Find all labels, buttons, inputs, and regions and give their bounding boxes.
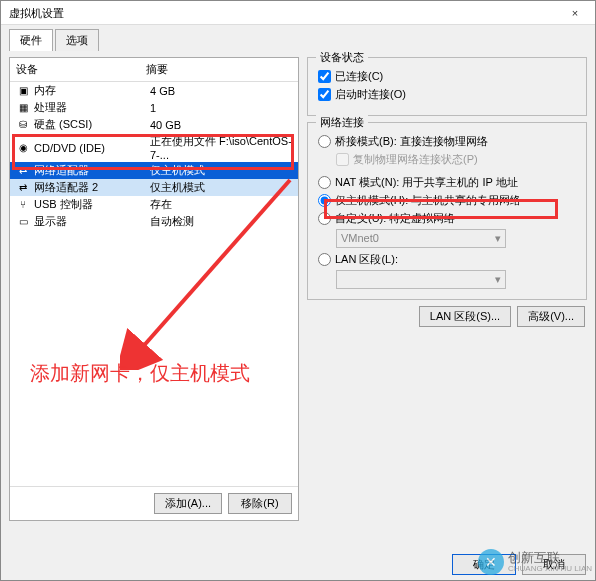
replicate-label: 复制物理网络连接状态(P) [353,152,478,167]
cpu-icon: ▦ [16,101,30,115]
device-name: USB 控制器 [34,197,150,212]
net-buttons: LAN 区段(S)... 高级(V)... [307,306,587,327]
hostonly-input[interactable] [318,194,331,207]
tab-options[interactable]: 选项 [55,29,99,51]
network-icon: ⇄ [16,181,30,195]
lan-select-wrap: ▾ [336,270,576,289]
advanced-button[interactable]: 高级(V)... [517,306,585,327]
nat-label: NAT 模式(N): 用于共享主机的 IP 地址 [335,175,518,190]
lan-input[interactable] [318,253,331,266]
hostonly-label: 仅主机模式(H): 与主机共享的专用网络 [335,193,521,208]
connect-on-label: 启动时连接(O) [335,87,406,102]
chevron-down-icon: ▾ [495,232,501,245]
device-buttons: 添加(A)... 移除(R) [10,486,298,520]
vmnet-select: VMnet0 ▾ [336,229,506,248]
connected-input[interactable] [318,70,331,83]
ok-button[interactable]: 确定 [452,554,516,575]
device-summary: 正在使用文件 F:\iso\CentOS-7-... [150,134,292,161]
device-name: 显示器 [34,214,150,229]
body: 设备 摘要 ▣ 内存 4 GB ▦ 处理器 1 ⛁ 硬盘 (SCSI) 40 G… [1,51,595,529]
vm-settings-window: 虚拟机设置 × 硬件 选项 设备 摘要 ▣ 内存 4 GB ▦ 处理器 1 ⛁ [0,0,596,581]
device-row-cpu[interactable]: ▦ 处理器 1 [10,99,298,116]
device-row-net2[interactable]: ⇄ 网络适配器 2 仅主机模式 [10,179,298,196]
connect-on-input[interactable] [318,88,331,101]
cd-icon: ◉ [16,141,30,155]
cancel-button[interactable]: 取消 [522,554,586,575]
chevron-down-icon: ▾ [495,273,501,286]
device-status-group: 设备状态 已连接(C) 启动时连接(O) [307,57,587,116]
titlebar: 虚拟机设置 × [1,1,595,25]
connected-label: 已连接(C) [335,69,383,84]
hostonly-radio[interactable]: 仅主机模式(H): 与主机共享的专用网络 [318,193,576,208]
device-row-cddvd[interactable]: ◉ CD/DVD (IDE) 正在使用文件 F:\iso\CentOS-7-..… [10,133,298,162]
col-device: 设备 [16,62,146,77]
device-summary: 仅主机模式 [150,180,292,195]
tab-hardware[interactable]: 硬件 [9,29,53,51]
device-summary: 存在 [150,197,292,212]
custom-label: 自定义(U): 特定虚拟网络 [335,211,455,226]
footer-buttons: 确定 取消 [452,554,586,575]
connect-on-checkbox[interactable]: 启动时连接(O) [318,87,576,102]
lan-segments-button[interactable]: LAN 区段(S)... [419,306,511,327]
col-summary: 摘要 [146,62,292,77]
device-name: 内存 [34,83,150,98]
custom-input[interactable] [318,212,331,225]
bridged-radio[interactable]: 桥接模式(B): 直接连接物理网络 [318,134,576,149]
network-icon: ⇄ [16,164,30,178]
device-name: 网络适配器 2 [34,180,150,195]
device-list-header: 设备 摘要 [10,58,298,82]
device-name: 处理器 [34,100,150,115]
bridged-label: 桥接模式(B): 直接连接物理网络 [335,134,488,149]
add-button[interactable]: 添加(A)... [154,493,222,514]
lan-radio[interactable]: LAN 区段(L): [318,252,576,267]
device-row-disk[interactable]: ⛁ 硬盘 (SCSI) 40 GB [10,116,298,133]
window-title: 虚拟机设置 [9,1,64,24]
device-summary: 1 [150,102,292,114]
device-summary: 4 GB [150,85,292,97]
bridged-input[interactable] [318,135,331,148]
device-status-title: 设备状态 [316,50,368,65]
custom-radio[interactable]: 自定义(U): 特定虚拟网络 [318,211,576,226]
replicate-input [336,153,349,166]
device-summary: 40 GB [150,119,292,131]
spacer [10,230,298,486]
right-panel: 设备状态 已连接(C) 启动时连接(O) 网络连接 桥接模式(B): 直接连接物… [307,57,587,521]
vmnet-value: VMnet0 [341,232,379,245]
nat-radio[interactable]: NAT 模式(N): 用于共享主机的 IP 地址 [318,175,576,190]
device-row-usb[interactable]: ⑂ USB 控制器 存在 [10,196,298,213]
device-summary: 仅主机模式 [150,163,292,178]
remove-button[interactable]: 移除(R) [228,493,292,514]
close-icon[interactable]: × [555,1,595,24]
device-row-display[interactable]: ▭ 显示器 自动检测 [10,213,298,230]
network-title: 网络连接 [316,115,368,130]
lan-select: ▾ [336,270,506,289]
disk-icon: ⛁ [16,118,30,132]
device-name: CD/DVD (IDE) [34,142,150,154]
network-group: 网络连接 桥接模式(B): 直接连接物理网络 复制物理网络连接状态(P) NAT… [307,122,587,300]
lan-label: LAN 区段(L): [335,252,398,267]
vmnet-select-wrap: VMnet0 ▾ [336,229,576,248]
nat-input[interactable] [318,176,331,189]
tabs: 硬件 选项 [1,25,595,51]
connected-checkbox[interactable]: 已连接(C) [318,69,576,84]
display-icon: ▭ [16,215,30,229]
device-row-memory[interactable]: ▣ 内存 4 GB [10,82,298,99]
device-list-panel: 设备 摘要 ▣ 内存 4 GB ▦ 处理器 1 ⛁ 硬盘 (SCSI) 40 G… [9,57,299,521]
device-name: 硬盘 (SCSI) [34,117,150,132]
replicate-checkbox: 复制物理网络连接状态(P) [336,152,576,167]
device-name: 网络适配器 [34,163,150,178]
device-row-net1[interactable]: ⇄ 网络适配器 仅主机模式 [10,162,298,179]
device-summary: 自动检测 [150,214,292,229]
usb-icon: ⑂ [16,198,30,212]
memory-icon: ▣ [16,84,30,98]
